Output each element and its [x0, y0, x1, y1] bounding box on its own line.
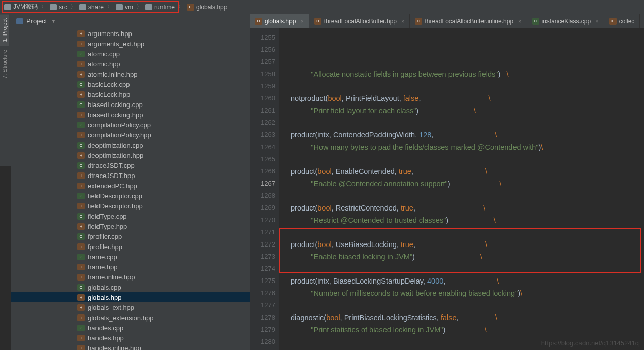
line-number: 1264 [250, 141, 275, 153]
code-line[interactable]: product(bool, EnableContended, true, \ [286, 165, 644, 178]
bc-item[interactable]: vm [116, 4, 133, 11]
close-icon[interactable]: × [595, 18, 598, 24]
project-tool-tab[interactable]: 1: Project [0, 14, 9, 46]
chevron-right-icon: 〉 [41, 3, 47, 11]
bc-item[interactable]: runtime [145, 4, 175, 11]
tree-file[interactable]: HbasicLock.hpp [11, 89, 250, 99]
hpp-file-icon: H [77, 71, 85, 78]
cpp-file-icon: C [77, 122, 85, 128]
file-name: arguments_ext.hpp [88, 40, 144, 48]
editor-tab[interactable]: HthreadLocalAllocBuffer.hpp× [309, 14, 410, 28]
file-name: handles.hpp [88, 334, 124, 342]
chevron-right-icon: 〉 [136, 3, 142, 11]
code-line[interactable]: "Restrict @Contended to trusted classes"… [286, 214, 644, 226]
tree-file[interactable]: HcompilationPolicy.hpp [11, 130, 250, 140]
hpp-file-icon: H [77, 345, 85, 351]
code-line[interactable] [286, 263, 644, 275]
code-line[interactable]: "Enable @Contended annotation support") … [286, 178, 644, 190]
tree-file[interactable]: Cfprofiler.cpp [11, 231, 250, 241]
tree-file[interactable]: Hglobals_extension.hpp [11, 312, 250, 323]
tree-file[interactable]: HfieldDescriptor.hpp [11, 201, 250, 211]
code-line[interactable] [286, 226, 644, 238]
hpp-file-icon: H [77, 112, 85, 118]
editor-tab[interactable]: HthreadLocalAllocBuffer.inline.hpp× [410, 14, 527, 28]
tree-file[interactable]: Hhandles.inline.hpp [11, 343, 250, 350]
tree-file[interactable]: HdtraceJSDT.hpp [11, 170, 250, 181]
tree-file[interactable]: HextendedPC.hpp [11, 181, 250, 191]
editor-tab[interactable]: Hglobals.hpp× [250, 14, 309, 28]
tree-file[interactable]: Hdeoptimization.hpp [11, 150, 250, 160]
hpp-file-icon: H [77, 294, 85, 301]
close-icon[interactable]: × [518, 18, 521, 24]
close-icon[interactable]: × [300, 18, 303, 24]
tree-file[interactable]: CbasicLock.cpp [11, 79, 250, 89]
close-icon[interactable]: × [401, 18, 404, 24]
hpp-file-icon: H [77, 274, 85, 281]
code-line[interactable] [286, 153, 644, 165]
code-line[interactable]: product(intx, BiasedLockingBulkRebiasThr… [286, 348, 644, 350]
cpp-file-icon: C [77, 325, 85, 331]
bc-item[interactable]: share [79, 4, 104, 11]
structure-tool-tab[interactable]: 7: Structure [0, 46, 9, 83]
code-line[interactable]: "Print statistics of biased locking in J… [286, 324, 644, 336]
tree-file[interactable]: HbiasedLocking.hpp [11, 110, 250, 120]
tree-file[interactable]: Cframe.cpp [11, 252, 250, 262]
code-area[interactable]: "Allocate nonstatic fields in gaps betwe… [279, 28, 644, 350]
editor-tab[interactable]: Hcollec [604, 14, 640, 28]
tree-file[interactable]: Cglobals.cpp [11, 282, 250, 292]
code-line[interactable]: diagnostic(bool, PrintBiasedLockingStati… [286, 311, 644, 324]
code-line[interactable]: product(intx, ContendedPaddingWidth, 128… [286, 129, 644, 141]
file-name: arguments.hpp [88, 30, 132, 38]
code-line[interactable]: "Enable biased locking in JVM") \ [286, 251, 644, 263]
code-line[interactable]: "Allocate nonstatic fields in gaps betwe… [286, 68, 644, 80]
hpp-file-icon: H [77, 223, 85, 230]
line-number: 1260 [250, 92, 275, 104]
tree-file[interactable]: Cdeoptimization.cpp [11, 140, 250, 150]
file-name: dtraceJSDT.hpp [88, 172, 135, 180]
code-line[interactable] [286, 190, 644, 202]
tree-file[interactable]: Hfprofiler.hpp [11, 241, 250, 252]
tree-file[interactable]: Harguments.hpp [11, 28, 250, 39]
code-line[interactable]: "How many bytes to pad the fields/classe… [286, 141, 644, 153]
bc-item[interactable]: src [50, 4, 67, 11]
tree-file[interactable]: Harguments_ext.hpp [11, 39, 250, 49]
file-name: biasedLocking.cpp [88, 101, 143, 109]
code-line[interactable]: "Number of milliseconds to wait before e… [286, 287, 644, 299]
tree-file[interactable]: Hglobals_ext.hpp [11, 302, 250, 312]
line-gutter: 1255125612571258125912601261126212631264… [250, 28, 279, 350]
tree-file[interactable]: Chandles.cpp [11, 323, 250, 333]
tree-file[interactable]: CdtraceJSDT.cpp [11, 160, 250, 170]
code-line[interactable]: product(intx, BiasedLockingStartupDelay,… [286, 275, 644, 287]
code-line[interactable] [286, 299, 644, 311]
bc-root[interactable]: JVM源码 [4, 3, 38, 11]
code-line[interactable] [286, 80, 644, 92]
code-line[interactable]: "Print field layout for each class") \ [286, 104, 644, 117]
project-view-selector[interactable]: Project ▼ [11, 17, 61, 25]
tree-file[interactable]: Hatomic.inline.hpp [11, 69, 250, 79]
cpp-file-icon: C [77, 254, 85, 260]
code-line[interactable] [286, 117, 644, 129]
tree-file[interactable]: CbiasedLocking.cpp [11, 99, 250, 110]
tree-file[interactable]: CfieldType.cpp [11, 211, 250, 221]
editor-tab[interactable]: CinstanceKlass.cpp× [527, 14, 604, 28]
tree-file[interactable]: Catomic.cpp [11, 49, 250, 59]
code-editor[interactable]: 1255125612571258125912601261126212631264… [250, 28, 644, 350]
tree-file[interactable]: Hframe.hpp [11, 262, 250, 272]
tree-file[interactable]: Hframe.inline.hpp [11, 272, 250, 282]
code-line[interactable]: product(bool, UseBiasedLocking, true, \ [286, 238, 644, 251]
bc-file[interactable]: Hglobals.hpp [187, 4, 227, 11]
watermark: https://blog.csdn.net/q13145241q [541, 339, 639, 347]
project-tree[interactable]: Harguments.hppHarguments_ext.hppCatomic.… [11, 28, 250, 350]
tree-file[interactable]: HfieldType.hpp [11, 221, 250, 231]
code-line[interactable]: notproduct(bool, PrintFieldLayout, false… [286, 92, 644, 104]
hpp-file-icon: H [415, 18, 422, 25]
tree-file[interactable]: Hatomic.hpp [11, 59, 250, 69]
tree-file[interactable]: CcompilationPolicy.cpp [11, 120, 250, 130]
code-line[interactable]: product(bool, RestrictContended, true, \ [286, 202, 644, 214]
tree-file[interactable]: Hglobals.hpp [11, 292, 250, 302]
cpp-file-icon: C [77, 81, 85, 88]
tree-file[interactable]: CfieldDescriptor.cpp [11, 191, 250, 201]
file-name: deoptimization.hpp [88, 152, 143, 159]
tree-file[interactable]: Hhandles.hpp [11, 333, 250, 343]
hpp-file-icon: H [609, 18, 617, 25]
